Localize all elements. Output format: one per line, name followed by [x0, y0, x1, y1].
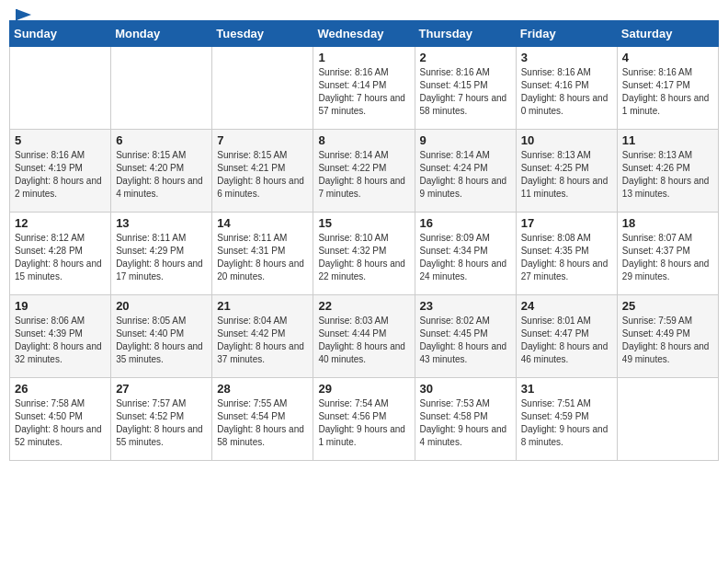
- calendar-cell: 7Sunrise: 8:15 AMSunset: 4:21 PMDaylight…: [212, 130, 313, 213]
- calendar-cell: 22Sunrise: 8:03 AMSunset: 4:44 PMDayligh…: [313, 295, 415, 378]
- day-number: 29: [318, 382, 409, 396]
- day-info: Sunrise: 7:58 AMSunset: 4:50 PMDaylight:…: [15, 397, 106, 449]
- day-info: Sunrise: 8:13 AMSunset: 4:25 PMDaylight:…: [521, 149, 612, 201]
- calendar-cell: 11Sunrise: 8:13 AMSunset: 4:26 PMDayligh…: [617, 130, 718, 213]
- day-number: 3: [521, 51, 612, 64]
- col-header-monday: Monday: [111, 21, 212, 47]
- day-info: Sunrise: 8:13 AMSunset: 4:26 PMDaylight:…: [622, 149, 713, 201]
- col-header-friday: Friday: [516, 21, 617, 47]
- day-number: 7: [217, 133, 308, 147]
- calendar-week-row: 12Sunrise: 8:12 AMSunset: 4:28 PMDayligh…: [10, 213, 719, 295]
- calendar-cell: [617, 378, 718, 461]
- calendar-cell: 13Sunrise: 8:11 AMSunset: 4:29 PMDayligh…: [111, 213, 212, 295]
- calendar-cell: 18Sunrise: 8:07 AMSunset: 4:37 PMDayligh…: [617, 213, 718, 295]
- calendar-week-row: 1Sunrise: 8:16 AMSunset: 4:14 PMDaylight…: [10, 47, 719, 130]
- day-info: Sunrise: 7:51 AMSunset: 4:59 PMDaylight:…: [521, 397, 612, 449]
- calendar-cell: 5Sunrise: 8:16 AMSunset: 4:19 PMDaylight…: [10, 130, 111, 213]
- calendar-cell: 10Sunrise: 8:13 AMSunset: 4:25 PMDayligh…: [516, 130, 617, 213]
- day-info: Sunrise: 8:14 AMSunset: 4:24 PMDaylight:…: [420, 149, 511, 201]
- calendar-cell: 24Sunrise: 8:01 AMSunset: 4:47 PMDayligh…: [516, 295, 617, 378]
- calendar-week-row: 5Sunrise: 8:16 AMSunset: 4:19 PMDaylight…: [10, 130, 719, 213]
- calendar-cell: 16Sunrise: 8:09 AMSunset: 4:34 PMDayligh…: [415, 213, 516, 295]
- day-number: 16: [420, 216, 511, 230]
- day-info: Sunrise: 8:11 AMSunset: 4:29 PMDaylight:…: [116, 232, 207, 283]
- day-info: Sunrise: 8:05 AMSunset: 4:40 PMDaylight:…: [116, 315, 207, 366]
- calendar-cell: 23Sunrise: 8:02 AMSunset: 4:45 PMDayligh…: [415, 295, 516, 378]
- day-info: Sunrise: 8:06 AMSunset: 4:39 PMDaylight:…: [15, 315, 106, 366]
- day-number: 15: [318, 216, 409, 230]
- col-header-thursday: Thursday: [415, 21, 516, 47]
- day-info: Sunrise: 8:01 AMSunset: 4:47 PMDaylight:…: [521, 315, 612, 366]
- day-number: 30: [420, 382, 511, 396]
- day-info: Sunrise: 7:55 AMSunset: 4:54 PMDaylight:…: [217, 397, 308, 449]
- day-number: 6: [116, 133, 207, 147]
- day-number: 19: [15, 299, 106, 313]
- calendar-cell: 15Sunrise: 8:10 AMSunset: 4:32 PMDayligh…: [313, 213, 415, 295]
- day-number: 10: [521, 133, 612, 147]
- day-number: 27: [116, 382, 207, 396]
- calendar-cell: 14Sunrise: 8:11 AMSunset: 4:31 PMDayligh…: [212, 213, 313, 295]
- day-info: Sunrise: 8:03 AMSunset: 4:44 PMDaylight:…: [318, 315, 409, 366]
- day-number: 21: [217, 299, 308, 313]
- col-header-tuesday: Tuesday: [212, 21, 313, 47]
- day-number: 18: [622, 216, 713, 230]
- calendar-cell: 30Sunrise: 7:53 AMSunset: 4:58 PMDayligh…: [415, 378, 516, 461]
- calendar-cell: 4Sunrise: 8:16 AMSunset: 4:17 PMDaylight…: [617, 47, 718, 130]
- day-info: Sunrise: 8:08 AMSunset: 4:35 PMDaylight:…: [521, 232, 612, 283]
- day-info: Sunrise: 8:02 AMSunset: 4:45 PMDaylight:…: [420, 315, 511, 366]
- calendar-cell: 27Sunrise: 7:57 AMSunset: 4:52 PMDayligh…: [111, 378, 212, 461]
- calendar-cell: 17Sunrise: 8:08 AMSunset: 4:35 PMDayligh…: [516, 213, 617, 295]
- day-number: 8: [318, 133, 409, 147]
- calendar-header-row: SundayMondayTuesdayWednesdayThursdayFrid…: [10, 21, 719, 47]
- day-number: 11: [622, 133, 713, 147]
- day-info: Sunrise: 8:15 AMSunset: 4:20 PMDaylight:…: [116, 149, 207, 201]
- day-info: Sunrise: 8:14 AMSunset: 4:22 PMDaylight:…: [318, 149, 409, 201]
- calendar-cell: 26Sunrise: 7:58 AMSunset: 4:50 PMDayligh…: [10, 378, 111, 461]
- calendar-cell: 19Sunrise: 8:06 AMSunset: 4:39 PMDayligh…: [10, 295, 111, 378]
- day-info: Sunrise: 7:54 AMSunset: 4:56 PMDaylight:…: [318, 397, 409, 449]
- day-number: 24: [521, 299, 612, 313]
- day-number: 28: [217, 382, 308, 396]
- day-number: 1: [318, 51, 409, 64]
- calendar-cell: 3Sunrise: 8:16 AMSunset: 4:16 PMDaylight…: [516, 47, 617, 130]
- day-info: Sunrise: 7:57 AMSunset: 4:52 PMDaylight:…: [116, 397, 207, 449]
- calendar-cell: 9Sunrise: 8:14 AMSunset: 4:24 PMDaylight…: [415, 130, 516, 213]
- calendar-cell: [111, 47, 212, 130]
- calendar-cell: [212, 47, 313, 130]
- day-number: 26: [15, 382, 106, 396]
- calendar-cell: 28Sunrise: 7:55 AMSunset: 4:54 PMDayligh…: [212, 378, 313, 461]
- calendar-cell: 25Sunrise: 7:59 AMSunset: 4:49 PMDayligh…: [617, 295, 718, 378]
- day-info: Sunrise: 8:07 AMSunset: 4:37 PMDaylight:…: [622, 232, 713, 283]
- day-number: 12: [15, 216, 106, 230]
- day-info: Sunrise: 8:15 AMSunset: 4:21 PMDaylight:…: [217, 149, 308, 201]
- day-number: 13: [116, 216, 207, 230]
- calendar-week-row: 26Sunrise: 7:58 AMSunset: 4:50 PMDayligh…: [10, 378, 719, 461]
- logo-flag-icon: [15, 9, 33, 29]
- calendar-cell: 12Sunrise: 8:12 AMSunset: 4:28 PMDayligh…: [10, 213, 111, 295]
- day-number: 9: [420, 133, 511, 147]
- calendar-cell: 29Sunrise: 7:54 AMSunset: 4:56 PMDayligh…: [313, 378, 415, 461]
- day-info: Sunrise: 8:10 AMSunset: 4:32 PMDaylight:…: [318, 232, 409, 283]
- calendar-table: SundayMondayTuesdayWednesdayThursdayFrid…: [9, 20, 719, 461]
- col-header-saturday: Saturday: [617, 21, 718, 47]
- calendar-cell: 1Sunrise: 8:16 AMSunset: 4:14 PMDaylight…: [313, 47, 415, 130]
- day-number: 14: [217, 216, 308, 230]
- svg-marker-0: [17, 9, 31, 20]
- day-info: Sunrise: 8:16 AMSunset: 4:15 PMDaylight:…: [420, 66, 511, 118]
- day-info: Sunrise: 8:16 AMSunset: 4:16 PMDaylight:…: [521, 66, 612, 118]
- day-info: Sunrise: 8:04 AMSunset: 4:42 PMDaylight:…: [217, 315, 308, 366]
- day-number: 20: [116, 299, 207, 313]
- day-number: 2: [420, 51, 511, 64]
- day-info: Sunrise: 8:11 AMSunset: 4:31 PMDaylight:…: [217, 232, 308, 283]
- day-number: 25: [622, 299, 713, 313]
- calendar-cell: [10, 47, 111, 130]
- day-info: Sunrise: 8:16 AMSunset: 4:14 PMDaylight:…: [318, 66, 409, 118]
- day-number: 23: [420, 299, 511, 313]
- day-number: 4: [622, 51, 713, 64]
- day-number: 17: [521, 216, 612, 230]
- calendar-cell: 21Sunrise: 8:04 AMSunset: 4:42 PMDayligh…: [212, 295, 313, 378]
- day-info: Sunrise: 8:12 AMSunset: 4:28 PMDaylight:…: [15, 232, 106, 283]
- day-number: 22: [318, 299, 409, 313]
- day-info: Sunrise: 8:09 AMSunset: 4:34 PMDaylight:…: [420, 232, 511, 283]
- day-info: Sunrise: 8:16 AMSunset: 4:19 PMDaylight:…: [15, 149, 106, 201]
